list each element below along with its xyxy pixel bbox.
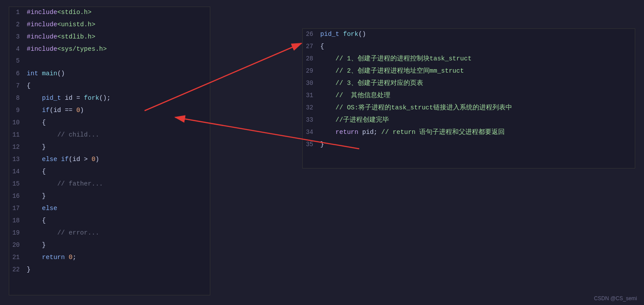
code-line: 9 if(id == 0) [9, 105, 210, 117]
line-content: // 3、创建子进程对应的页表 [320, 78, 423, 88]
code-line: 15 // father... [9, 179, 210, 191]
code-line: 7{ [9, 81, 210, 93]
line-content: { [27, 81, 31, 91]
code-token [320, 129, 336, 136]
line-number: 26 [303, 30, 320, 38]
line-content: else [27, 203, 57, 213]
line-content: } [27, 142, 46, 152]
code-token: () [57, 70, 65, 77]
line-number: 33 [303, 116, 320, 123]
line-number: 34 [303, 128, 320, 136]
code-token [320, 80, 336, 87]
code-token [27, 205, 42, 212]
code-token [27, 229, 57, 236]
code-line: 26pid_t fork() [303, 29, 635, 41]
line-content: { [27, 167, 46, 176]
code-token: (id > [69, 156, 92, 163]
code-line: 27{ [303, 41, 635, 53]
code-token: ; [374, 129, 381, 136]
code-token: pid_t [320, 31, 343, 38]
code-line: 18 { [9, 215, 210, 228]
line-number: 17 [9, 204, 27, 212]
line-number: 15 [9, 179, 27, 187]
line-content: return pid; // return 语句子进程和父进程都要返回 [320, 127, 505, 137]
code-token: id = [65, 95, 84, 102]
code-token: // child... [57, 131, 99, 138]
line-content: #include<unistd.h> [27, 20, 96, 29]
line-number: 5 [9, 56, 27, 64]
code-token: #include [27, 21, 57, 28]
line-number: 35 [303, 140, 320, 148]
code-token: } [27, 193, 46, 200]
code-token [27, 107, 42, 114]
code-line: 35} [303, 139, 635, 151]
line-number: 2 [9, 20, 27, 28]
line-number: 8 [9, 94, 27, 102]
line-content: return 0; [27, 252, 76, 262]
line-content: pid_t fork() [320, 29, 366, 39]
code-line: 16 } [9, 191, 210, 203]
line-number: 4 [9, 45, 27, 53]
line-number: 13 [9, 155, 27, 163]
code-token: fork [343, 31, 358, 38]
code-token: // 1、创建子进程的进程控制块task_struct [336, 55, 472, 62]
line-number: 22 [9, 265, 27, 273]
code-token: // return 语句子进程和父进程都要返回 [381, 129, 505, 136]
watermark: CSDN @CS_semi [594, 295, 637, 301]
code-token: (id == [50, 107, 76, 114]
line-content: { [27, 118, 46, 127]
line-number: 20 [9, 241, 27, 249]
code-token: { [27, 217, 46, 224]
code-token: // 其他信息处理 [336, 92, 390, 99]
code-token: if [61, 156, 68, 163]
line-content: #include<stdio.h> [27, 7, 92, 17]
code-token: return [42, 254, 69, 261]
code-token: #include [27, 33, 57, 40]
line-content: int main() [27, 69, 65, 78]
code-token [320, 92, 336, 99]
code-token [320, 104, 336, 111]
code-token: // father... [57, 180, 103, 187]
line-number: 29 [303, 67, 320, 74]
line-number: 1 [9, 8, 27, 16]
code-token: #include [27, 9, 57, 16]
code-token: // 3、创建子进程对应的页表 [336, 80, 423, 87]
line-content: //子进程创建完毕 [320, 115, 389, 125]
line-content: else if(id > 0) [27, 154, 99, 164]
code-token: } [27, 242, 46, 249]
line-number: 27 [303, 42, 320, 50]
line-number: 9 [9, 106, 27, 114]
line-number: 21 [9, 253, 27, 261]
code-token: // error... [57, 229, 99, 236]
line-content: // OS:将子进程的task_struct链接进入系统的进程列表中 [320, 103, 512, 112]
code-line: 5 [9, 56, 210, 68]
code-token [320, 55, 336, 62]
code-line: 14 { [9, 166, 210, 179]
line-number: 11 [9, 130, 27, 138]
code-token: } [27, 266, 31, 273]
line-number: 12 [9, 143, 27, 151]
code-line: 2#include<unistd.h> [9, 19, 210, 32]
code-line: 12 } [9, 142, 210, 154]
code-line: 31 // 其他信息处理 [303, 90, 635, 102]
code-token: <stdlib.h> [57, 33, 96, 40]
code-token [27, 131, 57, 138]
line-content: // child... [27, 130, 99, 140]
line-number: 7 [9, 81, 27, 89]
code-line: 8 pid_t id = fork(); [9, 93, 210, 105]
code-token: ) [80, 107, 84, 114]
code-line: 4#include<sys/types.h> [9, 44, 210, 56]
code-token [320, 67, 336, 74]
code-line: 10 { [9, 117, 210, 130]
code-token: <sys/types.h> [57, 46, 107, 53]
line-content: // 2、创建子进程进程地址空间mm_struct [320, 66, 464, 76]
code-line: 22} [9, 264, 210, 277]
code-line: 13 else if(id > 0) [9, 154, 210, 166]
code-token: //子进程创建完毕 [336, 116, 389, 123]
line-content: #include<stdlib.h> [27, 32, 96, 42]
code-token: { [320, 43, 324, 50]
code-token [320, 116, 336, 123]
code-token: { [27, 82, 31, 89]
code-line: 33 //子进程创建完毕 [303, 115, 635, 127]
code-token: ) [96, 156, 99, 163]
